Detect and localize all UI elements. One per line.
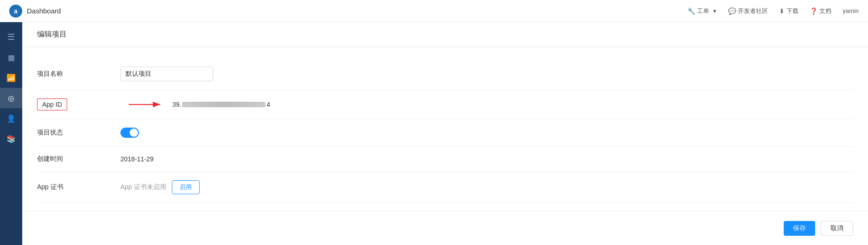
app-id-label: App ID bbox=[37, 98, 67, 110]
sidebar-item-analytics[interactable]: 📶 bbox=[0, 67, 22, 88]
red-arrow-icon bbox=[128, 99, 165, 110]
created-time-row: 创建时间 2018-11-29 bbox=[37, 147, 853, 172]
app-id-label-cell: App ID bbox=[37, 98, 120, 110]
target-icon: ◎ bbox=[8, 94, 14, 103]
app-id-value: 39. 4 bbox=[172, 101, 853, 108]
nav-community[interactable]: 💬 开发者社区 bbox=[728, 7, 768, 15]
created-time-value: 2018-11-29 bbox=[120, 155, 853, 163]
sidebar-item-menu[interactable]: ☰ bbox=[0, 27, 22, 47]
footer-actions: 保存 取消 bbox=[22, 211, 868, 245]
username: yamin bbox=[843, 7, 859, 14]
nav-download-label: 下载 bbox=[786, 7, 799, 15]
nav-workorder[interactable]: 🔧 工单 ▼ bbox=[687, 7, 717, 15]
project-name-value bbox=[120, 67, 853, 81]
analytics-icon: 📶 bbox=[6, 74, 16, 82]
logo-icon: a bbox=[9, 5, 22, 18]
app-id-row: App ID 39. bbox=[37, 90, 853, 119]
app-cert-status: App 证书未启用 bbox=[120, 183, 166, 191]
arrow-container bbox=[128, 99, 165, 110]
project-name-input[interactable] bbox=[120, 67, 213, 81]
user-icon: 👤 bbox=[6, 114, 16, 123]
app-cert-row: App 证书 App 证书未启用 启用 bbox=[37, 172, 853, 203]
sidebar-item-user[interactable]: 👤 bbox=[0, 108, 22, 129]
sidebar-item-stack[interactable]: 📚 bbox=[0, 129, 22, 149]
header-right: 🔧 工单 ▼ 💬 开发者社区 ⬇ 下载 ❓ 文档 yamin bbox=[687, 7, 859, 15]
sidebar-item-target[interactable]: ◎ bbox=[0, 88, 22, 108]
project-name-row: 项目名称 bbox=[37, 58, 853, 90]
nav-docs[interactable]: ❓ 文档 bbox=[810, 7, 831, 15]
sidebar-item-dashboard[interactable]: ▦ bbox=[0, 47, 22, 67]
download-icon: ⬇ bbox=[779, 7, 785, 15]
nav-community-label: 开发者社区 bbox=[738, 7, 768, 15]
nav-download[interactable]: ⬇ 下载 bbox=[779, 7, 799, 15]
page-header: 编辑项目 bbox=[22, 22, 868, 47]
header-title: Dashboard bbox=[27, 7, 61, 15]
app-id-suffix: 4 bbox=[266, 101, 270, 108]
app-id-masked bbox=[182, 102, 265, 107]
cancel-button[interactable]: 取消 bbox=[821, 221, 853, 236]
page-title: 编辑项目 bbox=[37, 30, 67, 38]
nav-workorder-label: 工单 bbox=[697, 7, 709, 15]
project-name-label: 项目名称 bbox=[37, 70, 120, 78]
created-time-text: 2018-11-29 bbox=[120, 155, 154, 163]
sidebar: ☰ ▦ 📶 ◎ 👤 📚 bbox=[0, 22, 22, 245]
dashboard-icon: ▦ bbox=[8, 53, 15, 62]
nav-docs-label: 文档 bbox=[819, 7, 831, 15]
menu-icon: ☰ bbox=[7, 32, 15, 42]
enable-cert-button[interactable]: 启用 bbox=[172, 180, 200, 194]
app-id-prefix: 39. bbox=[172, 101, 181, 108]
header-left: a Dashboard bbox=[9, 5, 61, 18]
stack-icon: 📚 bbox=[6, 135, 16, 143]
created-time-label: 创建时间 bbox=[37, 155, 120, 163]
workorder-icon: 🔧 bbox=[687, 7, 695, 15]
logo-letter: a bbox=[14, 7, 18, 15]
save-button[interactable]: 保存 bbox=[784, 221, 815, 236]
docs-icon: ❓ bbox=[810, 7, 818, 15]
project-status-row: 项目状态 bbox=[37, 119, 853, 147]
app-cert-label: App 证书 bbox=[37, 183, 120, 191]
project-status-label: 项目状态 bbox=[37, 129, 120, 137]
header: a Dashboard 🔧 工单 ▼ 💬 开发者社区 ⬇ 下载 ❓ 文档 yam… bbox=[0, 0, 868, 22]
project-status-value bbox=[120, 128, 853, 138]
project-status-toggle[interactable] bbox=[120, 128, 139, 138]
app-cert-value: App 证书未启用 启用 bbox=[120, 180, 853, 194]
chevron-down-icon: ▼ bbox=[712, 8, 717, 14]
community-icon: 💬 bbox=[728, 7, 736, 15]
